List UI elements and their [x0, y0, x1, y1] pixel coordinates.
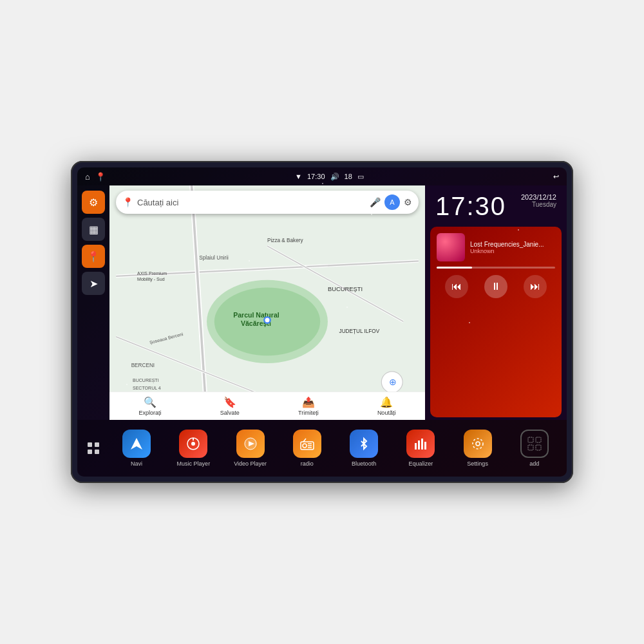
sidebar-maps-btn[interactable]: 📍: [82, 245, 105, 268]
app-navi[interactable]: Navi: [109, 430, 164, 467]
album-art: [437, 233, 465, 261]
bluetooth-label: Bluetooth: [352, 460, 376, 467]
map-bottom-bar: 🔍 Explorați 🔖 Salvate 📤 Trimiteți �: [109, 392, 425, 420]
svg-rect-47: [424, 442, 426, 450]
app-music-player[interactable]: Music Player: [166, 430, 220, 467]
map-search-bar[interactable]: 📍 Căutați aici 🎤 A ⚙: [116, 191, 419, 214]
clock-date-main: 2023/12/12: [521, 193, 556, 201]
music-progress-bar[interactable]: [437, 267, 555, 269]
add-label: add: [529, 460, 539, 467]
music-player-label: Music Player: [177, 460, 211, 467]
svg-text:Splaiul Unirii: Splaiul Unirii: [199, 255, 229, 261]
explore-label: Explorați: [139, 410, 162, 416]
car-unit: ⌂ 📍 ▼ 17:30 🔊 18 ▭ ↩ ⚙ ▦: [71, 161, 573, 483]
svg-rect-51: [536, 437, 541, 442]
map-explore[interactable]: 🔍 Explorați: [139, 396, 162, 416]
radio-icon: [293, 430, 321, 458]
svg-point-24: [265, 317, 269, 322]
svg-point-49: [473, 439, 483, 449]
svg-rect-50: [528, 437, 533, 442]
svg-text:BUCUREȘTI: BUCUREȘTI: [133, 378, 159, 383]
app-equalizer[interactable]: Equalizer: [393, 430, 448, 467]
map-settings-icon[interactable]: ⚙: [404, 197, 412, 207]
arrow-icon: ➤: [90, 278, 98, 290]
clock-time: 17:30: [435, 193, 506, 219]
music-progress-fill: [437, 267, 472, 269]
app-bluetooth[interactable]: Bluetooth: [337, 430, 391, 467]
archive-icon: ▦: [89, 223, 99, 236]
svg-point-34: [191, 442, 195, 446]
status-center: ▼ 17:30 🔊 18 ▭: [295, 173, 364, 181]
volume-icon: 🔊: [330, 173, 339, 181]
map-share[interactable]: 📤 Trimiteți: [298, 396, 319, 416]
svg-text:Mobility - Sud: Mobility - Sud: [137, 277, 165, 282]
maps-shortcut-icon[interactable]: 📍: [95, 172, 106, 182]
clock-section: 17:30 2023/12/12 Tuesday: [425, 185, 567, 224]
status-left: ⌂ 📍: [85, 172, 106, 182]
svg-text:JUDEȚUL ILFOV: JUDEȚUL ILFOV: [339, 328, 380, 334]
share-label: Trimiteți: [298, 410, 319, 416]
prev-button[interactable]: ⏮: [445, 275, 468, 298]
music-player-icon: [179, 430, 207, 458]
saved-label: Salvate: [220, 410, 240, 416]
status-bar: ⌂ 📍 ▼ 17:30 🔊 18 ▭ ↩: [77, 167, 567, 185]
sidebar-nav-btn[interactable]: ➤: [82, 272, 105, 295]
bluetooth-icon: [350, 430, 378, 458]
share-icon: 📤: [302, 396, 315, 408]
account-icon[interactable]: A: [384, 194, 400, 210]
sidebar-settings-btn[interactable]: ⚙: [82, 191, 105, 214]
location-icon: 📍: [87, 251, 100, 263]
radio-label: radio: [301, 460, 314, 467]
video-player-label: Video Player: [234, 460, 267, 467]
music-section: Lost Frequencies_Janie... Unknown ⏮ ⏸ ⏭: [430, 227, 562, 417]
svg-rect-30: [88, 450, 92, 454]
add-icon: [520, 430, 549, 458]
microphone-icon[interactable]: 🎤: [370, 197, 381, 207]
next-button[interactable]: ⏭: [524, 275, 547, 298]
search-placeholder[interactable]: Căutați aici: [137, 198, 366, 207]
music-info: Lost Frequencies_Janie... Unknown: [470, 241, 555, 254]
battery-level: 18: [345, 173, 352, 180]
svg-text:Pizza & Bakery: Pizza & Bakery: [267, 238, 304, 243]
wifi-icon: ▼: [295, 173, 302, 180]
map-news[interactable]: 🔔 Noutăți: [377, 396, 396, 416]
equalizer-label: Equalizer: [409, 460, 433, 467]
saved-icon: 🔖: [223, 396, 236, 408]
svg-rect-29: [95, 442, 99, 447]
map-container[interactable]: Parcul Natural Văcărești BUCUREȘTI JUDEȚ…: [109, 185, 425, 420]
battery-icon: ▭: [357, 173, 364, 181]
album-art-inner: [437, 233, 465, 261]
sidebar: ⚙ ▦ 📍 ➤: [77, 185, 109, 420]
back-icon[interactable]: ↩: [553, 173, 559, 181]
equalizer-icon: [406, 430, 435, 458]
navi-label: Navi: [131, 460, 142, 467]
explore-icon: 🔍: [144, 396, 156, 408]
music-artist: Unknown: [470, 248, 555, 254]
google-maps-icon: 📍: [122, 197, 133, 207]
music-album-row: Lost Frequencies_Janie... Unknown: [437, 233, 555, 261]
app-dock: Navi Music Player: [77, 420, 567, 477]
app-video-player[interactable]: Video Player: [223, 430, 278, 467]
home-icon[interactable]: ⌂: [85, 172, 90, 182]
svg-rect-31: [95, 450, 99, 454]
grid-button[interactable]: [82, 437, 105, 460]
svg-point-48: [476, 442, 480, 446]
music-title: Lost Frequencies_Janie...: [470, 241, 555, 248]
clock-date-day: Tuesday: [521, 201, 556, 208]
settings-label: Settings: [467, 460, 488, 467]
svg-rect-28: [88, 442, 92, 447]
play-pause-button[interactable]: ⏸: [484, 275, 507, 298]
app-settings[interactable]: Settings: [451, 430, 505, 467]
svg-rect-45: [418, 440, 420, 450]
svg-rect-52: [528, 445, 533, 450]
svg-rect-46: [421, 439, 423, 450]
app-radio[interactable]: radio: [280, 430, 334, 467]
app-add[interactable]: add: [507, 430, 562, 467]
gear-icon: ⚙: [89, 196, 98, 209]
clock-date: 2023/12/12 Tuesday: [521, 193, 556, 208]
map-saved[interactable]: 🔖 Salvate: [220, 396, 240, 416]
sidebar-menu-btn[interactable]: ▦: [82, 218, 105, 241]
svg-marker-32: [131, 438, 142, 450]
right-panel: 17:30 2023/12/12 Tuesday Lost Frequencie…: [425, 185, 567, 420]
video-player-icon: [236, 430, 265, 458]
